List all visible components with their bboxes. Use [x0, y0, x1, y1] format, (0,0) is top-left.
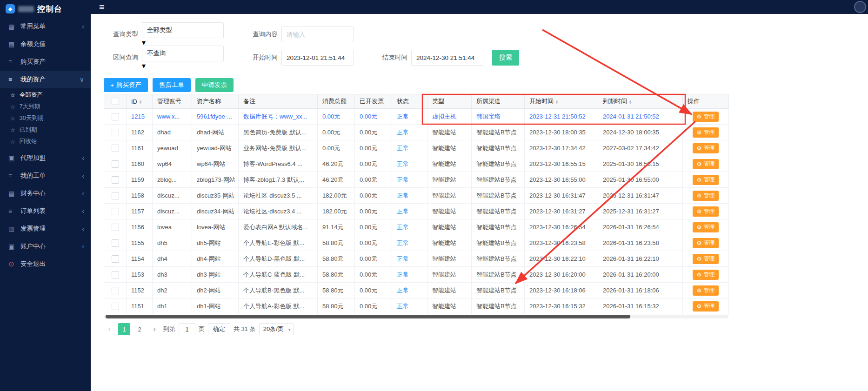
column-header-end_time[interactable]: 到期时间▴▾ [598, 94, 683, 109]
column-header-channel: 所属渠道 [472, 94, 525, 109]
apply-invoice-button[interactable]: 申请发票 [195, 78, 234, 92]
row-checkbox[interactable] [112, 145, 119, 152]
action-buttons: + 购买资产 售后工单 申请发票 [104, 78, 868, 92]
cell-end: 2025-01-30 16:55:00 [598, 172, 683, 188]
manage-label: 管理 [703, 160, 714, 168]
horizontal-scrollbar[interactable] [104, 315, 728, 318]
page-next-button[interactable]: › [149, 323, 160, 335]
select-all-checkbox[interactable] [112, 98, 119, 105]
sidebar-item-buy-assets[interactable]: ≡购买资产 [0, 53, 91, 71]
cell-asset: dh4-网站 [192, 251, 239, 267]
cell-remark: 个人导航E-彩色版 默... [239, 235, 318, 251]
list-icon: ≡ [8, 76, 20, 83]
sort-icon[interactable]: ▴▾ [629, 99, 631, 104]
cell-channel: 智能建站B节点 [472, 204, 525, 219]
sidebar-item-logout[interactable]: ⊙安全退出 [0, 255, 91, 273]
manage-button[interactable]: ⚙管理 [693, 127, 719, 138]
buy-assets-button[interactable]: + 购买资产 [104, 78, 148, 92]
scrollbar-thumb[interactable] [106, 315, 630, 318]
sort-icon[interactable]: ▴▾ [556, 99, 558, 104]
manage-button[interactable]: ⚙管理 [693, 112, 719, 122]
row-checkbox[interactable] [112, 176, 119, 184]
sidebar-item-invoice[interactable]: ▥发票管理‹ [0, 220, 91, 238]
cell-type: 智能建站 [427, 267, 472, 283]
cell-total: 58.80元 [318, 251, 355, 267]
sidebar-subitem-expire-30d[interactable]: ☆30天到期 [0, 113, 91, 124]
row-checkbox[interactable] [112, 287, 119, 294]
row-checkbox[interactable] [112, 255, 119, 263]
jump-confirm-button[interactable]: 确定 [208, 323, 230, 335]
cell-total: 46.20元 [318, 156, 355, 172]
cell-asset: dh2-网站 [192, 283, 239, 298]
table-row: 1152dh2dh2-网站个人导航B-黑色版 默...58.80元0.00元正常… [104, 283, 729, 298]
column-header-start_time[interactable]: 开始时间▴▾ [525, 94, 598, 109]
chevron-down-icon: ▾ [288, 327, 291, 332]
query-type-select[interactable]: 全部类型 ▾ [142, 22, 224, 47]
start-time-input[interactable] [281, 50, 354, 66]
manage-button[interactable]: ⚙管理 [693, 270, 719, 280]
row-checkbox[interactable] [112, 160, 119, 168]
manage-button[interactable]: ⚙管理 [693, 254, 719, 264]
cell-account: dh2 [153, 283, 192, 298]
column-label: 备注 [243, 98, 255, 105]
manage-button[interactable]: ⚙管理 [693, 301, 719, 311]
cell-total: 46.20元 [318, 172, 355, 188]
row-checkbox[interactable] [112, 192, 119, 199]
row-checkbox[interactable] [112, 224, 119, 231]
manage-button[interactable]: ⚙管理 [693, 159, 719, 169]
end-time-input[interactable] [411, 50, 483, 66]
cell-status: 正常 [392, 235, 427, 251]
cell-total: 0.00元 [318, 109, 355, 125]
assets-table-section: ID▴▾管理账号资产名称备注消费总额已开发票状态类型所属渠道开始时间▴▾到期时间… [104, 94, 728, 318]
sidebar-subitem-label: 30天到期 [20, 114, 43, 122]
row-checkbox[interactable] [112, 239, 119, 247]
manage-button[interactable]: ⚙管理 [693, 285, 719, 296]
sidebar-subitem-expire-7d[interactable]: ☆7天到期 [0, 101, 91, 113]
row-checkbox[interactable] [112, 271, 119, 278]
sidebar-subitem-all-assets[interactable]: ☆全部资产 [0, 89, 91, 101]
cell-end: 2026-01-31 16:18:06 [598, 283, 683, 298]
manage-button[interactable]: ⚙管理 [693, 238, 719, 248]
page-size-select[interactable]: 20条/页 ▾ [259, 323, 294, 335]
row-checkbox[interactable] [112, 303, 119, 310]
cell-end: 2025-12-31 16:31:27 [598, 204, 683, 219]
manage-button[interactable]: ⚙管理 [693, 143, 719, 153]
manage-button[interactable]: ⚙管理 [693, 191, 719, 201]
row-checkbox[interactable] [112, 113, 119, 120]
sidebar-item-my-assets[interactable]: ≡我的资产∨ [0, 71, 91, 88]
page-jump-input[interactable] [179, 323, 195, 335]
cell-start: 2023-12-30 16:15:32 [525, 298, 598, 314]
menu-toggle-icon[interactable]: ≡ [99, 2, 105, 12]
manage-button[interactable]: ⚙管理 [693, 206, 719, 217]
row-checkbox[interactable] [112, 129, 119, 136]
search-button[interactable]: 搜索 [492, 50, 519, 66]
sidebar-item-common-menu[interactable]: ▦常用菜单‹ [0, 18, 91, 35]
page-prev-button[interactable]: ‹ [104, 323, 115, 335]
range-query-select[interactable]: 不查询 ▾ [142, 46, 224, 70]
sidebar-item-agent[interactable]: ▣代理加盟‹ [0, 149, 91, 167]
sidebar-item-account[interactable]: ▣账户中心‹ [0, 238, 91, 255]
sort-icon[interactable]: ▴▾ [140, 99, 141, 104]
cell-id: 1154 [127, 251, 153, 267]
sidebar-item-finance[interactable]: ▤财务中心‹ [0, 185, 91, 202]
sidebar-subitem-recycle[interactable]: ☆回收站 [0, 136, 91, 147]
page-number-2[interactable]: 2 [134, 323, 146, 335]
cell-remark: 论坛社区-discuz3.4 ... [239, 204, 318, 219]
manage-label: 管理 [703, 239, 714, 247]
cell-start: 2023-12-30 16:18:06 [525, 283, 598, 298]
cell-type: 虚拟主机 [427, 109, 472, 125]
manage-button[interactable]: ⚙管理 [693, 175, 719, 185]
sidebar-subitem-expired[interactable]: ☆已到期 [0, 124, 91, 136]
manage-button[interactable]: ⚙管理 [693, 222, 719, 232]
row-checkbox[interactable] [112, 208, 119, 215]
column-header-id[interactable]: ID▴▾ [127, 94, 153, 109]
page-number-1[interactable]: 1 [118, 323, 130, 335]
sidebar-item-tickets[interactable]: ≡我的工单‹ [0, 167, 91, 185]
manage-label: 管理 [703, 207, 714, 215]
cell-invoiced: 0.00元 [355, 140, 392, 156]
sidebar-item-orders[interactable]: ≡订单列表‹ [0, 202, 91, 220]
aftersale-ticket-button[interactable]: 售后工单 [153, 78, 191, 92]
user-avatar[interactable] [854, 1, 866, 13]
query-content-input[interactable] [281, 27, 354, 42]
sidebar-item-recharge[interactable]: ▤余额充值 [0, 35, 91, 53]
